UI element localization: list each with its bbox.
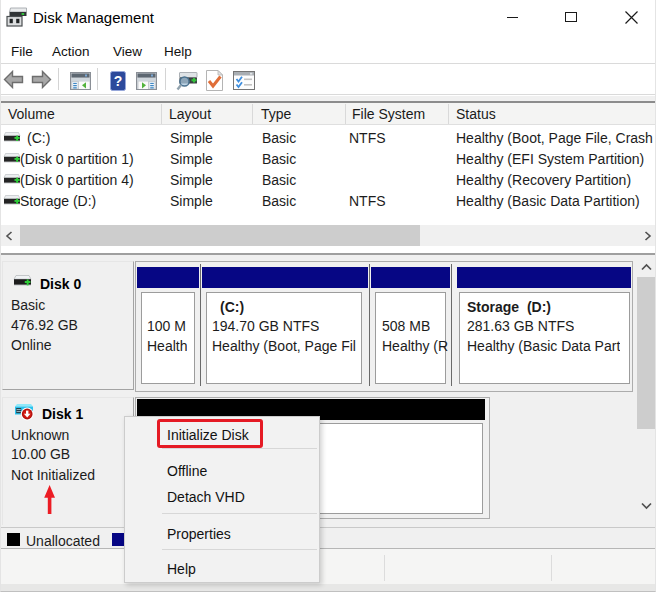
svg-text:?: ? (114, 73, 123, 89)
